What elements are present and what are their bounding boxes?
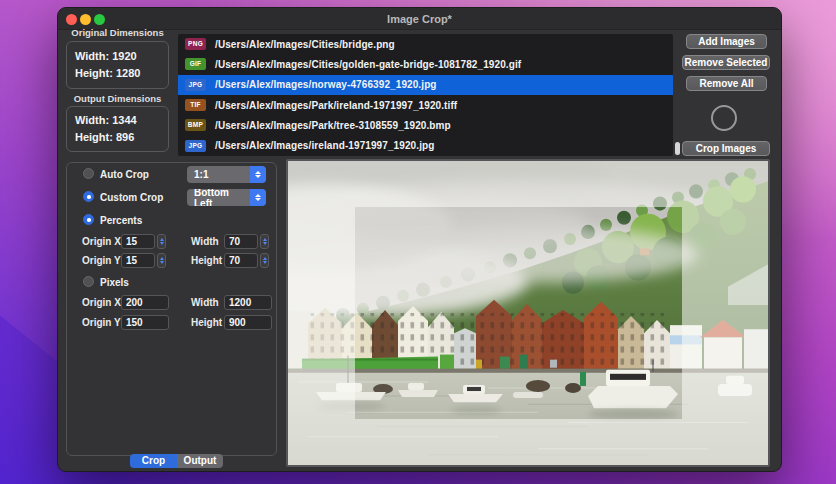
auto-crop-radio[interactable] (83, 168, 94, 179)
file-type-badge: TIF (185, 99, 206, 111)
aspect-ratio-dropdown[interactable]: 1:1 (187, 166, 266, 183)
percent-width-stepper[interactable] (260, 234, 269, 249)
percent-origin-y-stepper[interactable] (157, 253, 166, 268)
image-preview-panel (286, 159, 770, 467)
original-width-value: Width: 1920 (75, 50, 137, 62)
crop-images-button[interactable]: Crop Images (682, 141, 770, 156)
percent-origin-y-label: Origin Y (82, 255, 121, 266)
percent-width-label: Width (191, 236, 219, 247)
percent-height-field[interactable] (224, 253, 258, 268)
pixels-radio[interactable] (83, 276, 94, 287)
file-row[interactable]: BMP /Users/Alex/Images/Park/tree-3108559… (178, 115, 673, 135)
file-list[interactable]: PNG /Users/Alex/Images/Cities/bridge.png… (178, 34, 673, 156)
file-path: /Users/Alex/Images/Park/tree-3108559_192… (215, 120, 451, 131)
file-row[interactable]: PNG /Users/Alex/Images/Cities/bridge.png (178, 34, 673, 54)
original-dimensions-box (66, 41, 169, 89)
file-type-badge: JPG (185, 79, 206, 91)
pixel-origin-y-label: Origin Y (82, 317, 121, 328)
pixel-origin-x-field[interactable] (121, 295, 169, 310)
chevron-up-down-icon (250, 189, 266, 206)
pixel-height-label: Height (191, 317, 222, 328)
file-list-scrollbar-thumb[interactable] (675, 142, 680, 155)
crop-region-overlay (355, 207, 681, 420)
file-type-badge: BMP (185, 119, 206, 131)
custom-crop-radio[interactable] (83, 191, 94, 202)
original-height-value: Height: 1280 (75, 67, 140, 79)
percent-origin-x-field[interactable] (121, 234, 155, 249)
custom-crop-label: Custom Crop (100, 192, 163, 203)
chevron-up-down-icon (250, 166, 266, 183)
file-row-selected[interactable]: JPG /Users/Alex/Images/norway-4766392_19… (178, 75, 673, 95)
file-path: /Users/Alex/Images/Cities/bridge.png (215, 39, 395, 50)
output-dimensions-box (66, 106, 169, 152)
file-path: /Users/Alex/Images/norway-4766392_1920.j… (215, 79, 437, 90)
percents-radio[interactable] (83, 214, 94, 225)
anchor-value: Bottom Left (187, 189, 250, 206)
remove-all-button[interactable]: Remove All (686, 76, 767, 91)
pixel-origin-x-label: Origin X (82, 297, 121, 308)
file-path: /Users/Alex/Images/Cities/golden-gate-br… (215, 59, 521, 70)
file-type-badge: GIF (185, 58, 206, 70)
output-dimensions-label: Output Dimensions (66, 93, 169, 104)
progress-circle-icon (711, 105, 737, 131)
file-type-badge: PNG (185, 38, 206, 50)
pixel-width-label: Width (191, 297, 219, 308)
tab-output[interactable]: Output (177, 454, 223, 468)
file-path: /Users/Alex/Images/Park/ireland-1971997_… (215, 100, 457, 111)
file-row[interactable]: GIF /Users/Alex/Images/Cities/golden-gat… (178, 54, 673, 74)
file-row[interactable]: JPG /Users/Alex/Images/ireland-1971997_1… (178, 135, 673, 155)
percent-width-field[interactable] (224, 234, 258, 249)
file-type-badge: JPG (185, 140, 206, 152)
aspect-ratio-value: 1:1 (187, 169, 250, 180)
pixel-width-field[interactable] (224, 295, 272, 310)
percent-height-label: Height (191, 255, 222, 266)
remove-selected-button[interactable]: Remove Selected (682, 55, 770, 70)
file-path: /Users/Alex/Images/ireland-1971997_1920.… (215, 140, 434, 151)
anchor-dropdown[interactable]: Bottom Left (187, 189, 266, 206)
file-row[interactable]: TIF /Users/Alex/Images/Park/ireland-1971… (178, 95, 673, 115)
tab-crop[interactable]: Crop (130, 454, 177, 468)
percent-height-stepper[interactable] (260, 253, 269, 268)
pixels-label: Pixels (100, 277, 129, 288)
add-images-button[interactable]: Add Images (686, 34, 767, 49)
original-dimensions-label: Original Dimensions (66, 27, 169, 38)
auto-crop-label: Auto Crop (100, 169, 149, 180)
app-window: Image Crop* Original Dimensions Width: 1… (57, 7, 782, 472)
view-tabs: Crop Output (130, 454, 223, 468)
percent-origin-y-field[interactable] (121, 253, 155, 268)
percent-origin-x-label: Origin X (82, 236, 121, 247)
pixel-height-field[interactable] (224, 315, 272, 330)
output-width-value: Width: 1344 (75, 114, 137, 126)
percents-label: Percents (100, 215, 142, 226)
percent-origin-x-stepper[interactable] (157, 234, 166, 249)
output-height-value: Height: 896 (75, 131, 134, 143)
pixel-origin-y-field[interactable] (121, 315, 169, 330)
